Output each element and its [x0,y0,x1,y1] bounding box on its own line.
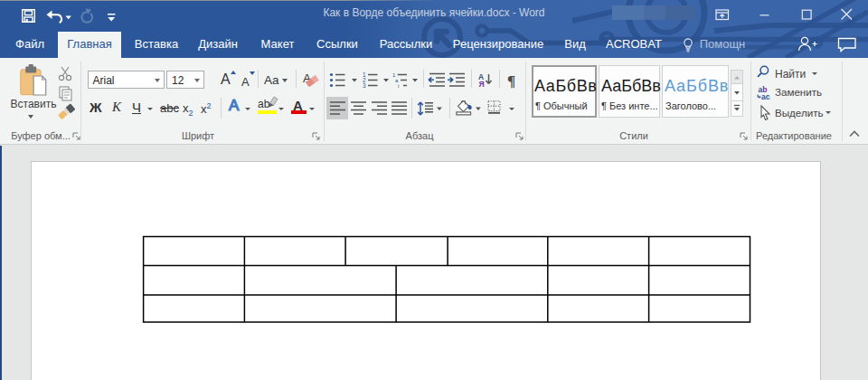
svg-text:i: i [398,83,399,89]
svg-text:ac: ac [761,92,770,100]
svg-text:3: 3 [363,82,366,89]
svg-text:Я: Я [479,80,485,89]
svg-text:¶: ¶ [507,72,515,90]
